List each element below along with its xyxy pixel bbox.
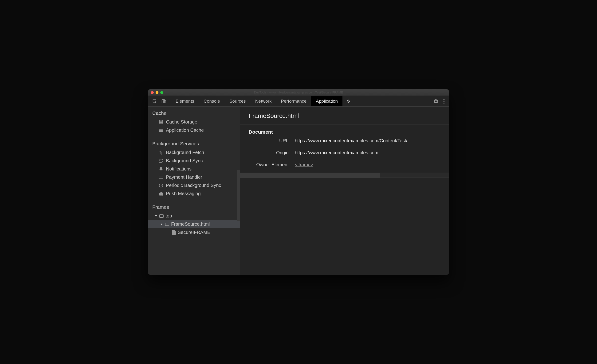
window-title: DevTools - www.mixedcontentexamples.com/…	[148, 91, 449, 94]
tab-performance[interactable]: Performance	[276, 96, 311, 106]
svg-rect-12	[161, 131, 163, 132]
frames-tree: top FrameSource.html SecureIFRAME	[148, 212, 240, 236]
devtools-window: DevTools - www.mixedcontentexamples.com/…	[148, 89, 449, 275]
tab-sources[interactable]: Sources	[225, 96, 251, 106]
panel-tabs: Elements Console Sources Network Perform…	[171, 96, 342, 106]
clock-icon	[158, 183, 164, 188]
label-owner-element: Owner Element	[249, 162, 289, 167]
sidebar-item-background-sync[interactable]: Background Sync	[148, 157, 240, 165]
sidebar-item-cache-storage[interactable]: Cache Storage	[148, 118, 240, 126]
zoom-window-button[interactable]	[160, 91, 163, 94]
credit-card-icon	[158, 175, 164, 180]
sidebar-item-label: Payment Handler	[166, 174, 202, 180]
tab-network[interactable]: Network	[251, 96, 276, 106]
tab-console[interactable]: Console	[199, 96, 225, 106]
svg-rect-7	[159, 129, 161, 129]
sidebar-item-label: Periodic Background Sync	[166, 183, 221, 188]
file-icon	[172, 230, 176, 235]
sidebar-item-notifications[interactable]: Notifications	[148, 165, 240, 173]
sidebar-item-background-fetch[interactable]: Background Fetch	[148, 148, 240, 157]
chevron-right-icon	[160, 223, 163, 226]
svg-rect-11	[159, 131, 161, 132]
settings-button[interactable]	[433, 99, 439, 104]
tabstrip-trailing	[433, 99, 449, 104]
inspect-element-icon[interactable]	[152, 99, 157, 104]
tabstrip-leading	[148, 96, 171, 106]
owner-element-link[interactable]: <iframe>	[295, 162, 313, 167]
svg-rect-1	[162, 99, 165, 103]
sidebar-item-label: Background Fetch	[166, 150, 204, 155]
label-origin: Origin	[249, 150, 289, 155]
window-controls	[148, 91, 163, 94]
tab-elements[interactable]: Elements	[171, 96, 199, 106]
horizontal-scrollbar[interactable]	[240, 173, 449, 178]
svg-point-4	[444, 100, 445, 102]
frame-top[interactable]: top	[148, 212, 240, 220]
label-url: URL	[249, 138, 289, 144]
svg-rect-9	[159, 130, 161, 130]
chevron-right-double-icon	[346, 99, 350, 104]
frame-framesource[interactable]: FrameSource.html	[148, 220, 240, 228]
sidebar-item-label: Cache Storage	[166, 119, 197, 125]
more-tabs-button[interactable]	[342, 96, 354, 106]
scrollbar-thumb[interactable]	[240, 173, 380, 178]
sidebar-section-cache: Cache	[148, 107, 240, 118]
frame-secureiframe[interactable]: SecureIFRAME	[148, 228, 240, 236]
sidebar-item-label: Application Cache	[166, 128, 204, 133]
value-url: https://www.mixedcontentexamples.com/Con…	[295, 138, 440, 144]
svg-rect-13	[159, 176, 163, 179]
svg-point-6	[159, 120, 162, 121]
device-toolbar-icon[interactable]	[161, 99, 166, 104]
sync-icon	[158, 159, 164, 163]
frame-label: SecureIFRAME	[178, 230, 210, 235]
sidebar-item-push-messaging[interactable]: Push Messaging	[148, 190, 240, 198]
sidebar-item-label: Background Sync	[166, 158, 203, 163]
tab-application[interactable]: Application	[311, 96, 342, 106]
frame-detail-panel: FrameSource.html Document URL https://ww…	[240, 107, 449, 275]
svg-rect-8	[161, 129, 163, 129]
frame-title: FrameSource.html	[240, 107, 449, 124]
tabstrip: Elements Console Sources Network Perform…	[148, 96, 449, 107]
section-document: Document	[240, 124, 449, 135]
frame-label: top	[165, 213, 172, 219]
svg-point-3	[444, 99, 445, 100]
sidebar-item-application-cache[interactable]: Application Cache	[148, 126, 240, 134]
sidebar-section-background: Background Services	[148, 138, 240, 148]
close-window-button[interactable]	[151, 91, 154, 94]
frame-icon	[165, 223, 169, 226]
database-icon	[158, 120, 164, 124]
kebab-menu-button[interactable]	[443, 99, 445, 104]
frame-label: FrameSource.html	[171, 221, 210, 227]
row-owner-element: Owner Element <iframe>	[240, 159, 449, 171]
grid-icon	[158, 128, 164, 133]
sidebar-item-periodic-sync[interactable]: Periodic Background Sync	[148, 181, 240, 190]
sidebar-item-payment-handler[interactable]: Payment Handler	[148, 173, 240, 181]
svg-marker-16	[155, 215, 157, 217]
svg-rect-10	[161, 130, 163, 130]
sidebar-item-label: Push Messaging	[166, 191, 201, 196]
sidebar-section-frames: Frames	[148, 202, 240, 212]
row-url: URL https://www.mixedcontentexamples.com…	[240, 135, 449, 147]
minimize-window-button[interactable]	[156, 91, 158, 94]
sidebar-item-label: Notifications	[166, 166, 192, 172]
row-origin: Origin https://www.mixedcontentexamples.…	[240, 147, 449, 159]
svg-point-5	[444, 102, 445, 104]
svg-marker-17	[161, 223, 162, 225]
application-sidebar: Cache Cache Storage	[148, 107, 240, 275]
transfer-icon	[158, 150, 164, 155]
bell-icon	[158, 167, 164, 171]
chevron-down-icon	[155, 215, 157, 218]
cloud-icon	[158, 192, 164, 196]
value-origin: https://www.mixedcontentexamples.com	[295, 150, 440, 155]
body: Cache Cache Storage	[148, 107, 449, 275]
titlebar: DevTools - www.mixedcontentexamples.com/…	[148, 89, 449, 96]
frame-icon	[159, 214, 164, 218]
sidebar-scrollbar[interactable]	[237, 170, 240, 221]
